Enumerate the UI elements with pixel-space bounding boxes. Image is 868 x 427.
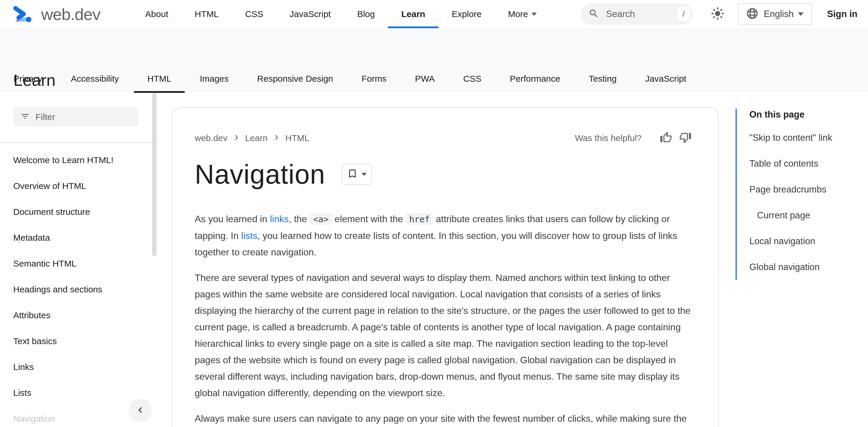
nav-item-html[interactable]: HTML: [182, 0, 232, 28]
logo-text: web.dev: [41, 5, 100, 24]
article-toolbar: web.devLearnHTML Was this helpful?: [195, 131, 691, 145]
filter-icon: [20, 112, 30, 122]
breadcrumb-link[interactable]: Learn: [245, 133, 268, 143]
thumbs-down-button[interactable]: [679, 131, 691, 145]
toc-title: On this page: [749, 109, 865, 120]
sidebar-nav-list: Welcome to Learn HTML!Overview of HTMLDo…: [0, 147, 157, 427]
text-run: Always make sure users can navigate to a…: [195, 413, 686, 424]
page-title: Navigation: [195, 160, 326, 189]
chevron-down-icon: [531, 12, 537, 16]
chevron-left-icon: [136, 405, 145, 416]
nav-item-more[interactable]: More: [495, 0, 550, 28]
tab-css[interactable]: CSS: [463, 74, 482, 93]
article-paragraph: Always make sure users can navigate to a…: [195, 410, 694, 427]
inline-link[interactable]: lists: [241, 230, 257, 241]
inline-code: <a>: [310, 214, 332, 225]
sidebar-item[interactable]: Headings and sections: [0, 277, 157, 303]
inline-code: href: [406, 214, 433, 225]
tab-testing[interactable]: Testing: [589, 74, 617, 93]
brightness-sun-icon: [711, 7, 724, 22]
chevron-right-icon: [272, 134, 280, 143]
feedback-widget: Was this helpful?: [575, 131, 691, 145]
nav-item-javascript[interactable]: JavaScript: [276, 0, 344, 28]
sidebar-item[interactable]: Document structure: [0, 199, 157, 225]
language-label: English: [764, 9, 794, 20]
webdev-logo[interactable]: web.dev: [12, 4, 100, 24]
inline-link[interactable]: links: [270, 214, 289, 224]
tab-javascript[interactable]: JavaScript: [645, 74, 686, 93]
sidebar-item[interactable]: Text basics: [0, 328, 157, 354]
sidebar-item[interactable]: Metadata: [0, 225, 157, 251]
thumbs-down-icon: [679, 131, 691, 145]
sidebar-item[interactable]: Attributes: [0, 303, 157, 328]
article-body: As you learned in links, the <a> element…: [195, 211, 694, 427]
on-this-page-rail: On this page "Skip to content" linkTable…: [736, 109, 865, 280]
search-shortcut-key: /: [677, 7, 690, 21]
tab-forms[interactable]: Forms: [362, 74, 386, 93]
tab-responsive-design[interactable]: Responsive Design: [257, 74, 333, 93]
sidebar-item[interactable]: Overview of HTML: [0, 173, 157, 199]
thumbs-up-icon: [660, 131, 672, 145]
article-paragraph: There are several types of navigation an…: [195, 269, 694, 401]
tab-images[interactable]: Images: [200, 74, 228, 93]
filter-input[interactable]: Filter: [13, 107, 138, 127]
sidebar-item[interactable]: Links: [0, 354, 157, 380]
article-paragraph: As you learned in links, the <a> element…: [195, 211, 694, 260]
bookmark-button[interactable]: [342, 164, 372, 185]
helpful-label: Was this helpful?: [575, 133, 642, 143]
language-selector[interactable]: English: [738, 3, 812, 25]
webdev-logo-icon: [12, 4, 35, 24]
toc-item[interactable]: Current page: [749, 202, 865, 228]
chevron-right-icon: [232, 134, 241, 143]
search-icon: [588, 8, 599, 20]
article-card: web.devLearnHTML Was this helpful? Navig…: [172, 107, 718, 427]
main-nav: AboutHTMLCSSJavaScriptBlogLearnExploreMo…: [132, 0, 550, 28]
text-run: There are several types of navigation an…: [195, 273, 691, 398]
bookmark-icon: [347, 168, 358, 180]
filter-placeholder: Filter: [35, 112, 55, 122]
nav-item-blog[interactable]: Blog: [344, 0, 388, 28]
content-area: Filter Welcome to Learn HTML!Overview of…: [0, 93, 868, 427]
sidebar-item[interactable]: Welcome to Learn HTML!: [0, 147, 157, 173]
breadcrumb: web.devLearnHTML: [195, 133, 309, 143]
sidebar-scrollbar[interactable]: [152, 93, 156, 256]
toc-item[interactable]: Local navigation: [749, 228, 865, 254]
toc-item[interactable]: Page breadcrumbs: [749, 177, 865, 202]
nav-item-learn[interactable]: Learn: [388, 0, 438, 28]
course-tabs: PrivacyAccessibilityHTMLImagesResponsive…: [13, 74, 686, 93]
thumbs-up-button[interactable]: [660, 131, 672, 145]
sidebar-item[interactable]: Semantic HTML: [0, 251, 157, 277]
toc-item[interactable]: Global navigation: [749, 254, 865, 280]
breadcrumb-link[interactable]: HTML: [285, 133, 309, 143]
tab-html[interactable]: HTML: [147, 74, 172, 93]
header-actions: Search /: [581, 3, 858, 25]
breadcrumb-link[interactable]: web.dev: [195, 133, 227, 143]
sign-in-button[interactable]: Sign in: [827, 9, 858, 20]
theme-toggle-button[interactable]: [711, 7, 724, 22]
text-run: , you learned how to create lists of con…: [195, 230, 677, 257]
course-sidebar: Filter Welcome to Learn HTML!Overview of…: [0, 93, 172, 427]
text-run: , the: [289, 214, 310, 224]
toc-item[interactable]: Table of contents: [749, 151, 865, 177]
tab-performance[interactable]: Performance: [510, 74, 560, 93]
sidebar-divider: [0, 142, 157, 143]
learn-header-band: Learn PrivacyAccessibilityHTMLImagesResp…: [0, 28, 868, 93]
search-input[interactable]: Search /: [581, 3, 693, 25]
globe-icon: [746, 7, 758, 21]
tab-privacy[interactable]: Privacy: [13, 74, 42, 93]
nav-item-css[interactable]: CSS: [232, 0, 277, 28]
nav-item-explore[interactable]: Explore: [438, 0, 495, 28]
text-run: As you learned in: [195, 214, 270, 224]
search-placeholder: Search: [606, 9, 635, 20]
chevron-down-icon: [798, 12, 804, 16]
collapse-sidebar-button[interactable]: [129, 399, 152, 422]
tab-pwa[interactable]: PWA: [415, 74, 435, 93]
toc-list: "Skip to content" linkTable of contentsP…: [749, 125, 865, 280]
toc-item[interactable]: "Skip to content" link: [749, 125, 865, 151]
tab-accessibility[interactable]: Accessibility: [71, 74, 119, 93]
nav-item-about[interactable]: About: [132, 0, 182, 28]
article-title-row: Navigation: [195, 160, 691, 189]
text-run: element with the: [332, 214, 406, 224]
chevron-down-icon: [362, 173, 367, 176]
top-bar: web.dev AboutHTMLCSSJavaScriptBlogLearnE…: [0, 0, 868, 28]
